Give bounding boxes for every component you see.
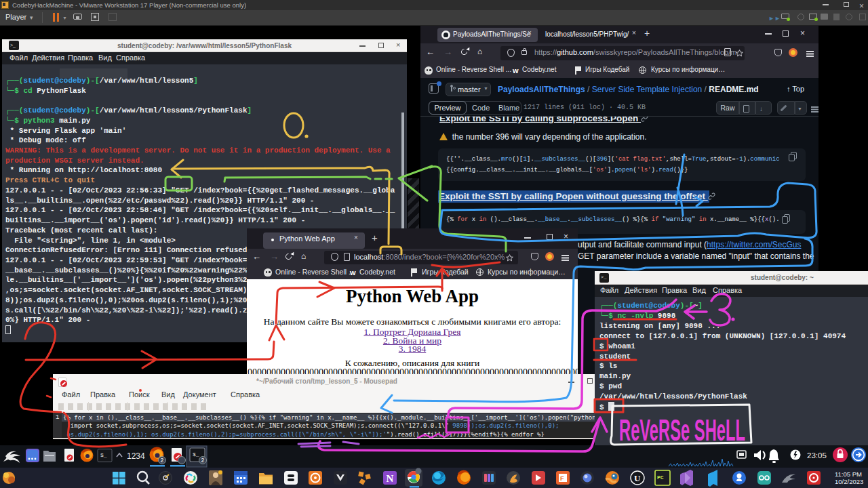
svg-text:2: 2 bbox=[201, 457, 205, 464]
svg-text:1234: 1234 bbox=[127, 451, 145, 461]
svg-text:10/2/2023: 10/2/2023 bbox=[835, 478, 863, 485]
svg-text:PC: PC bbox=[657, 474, 664, 481]
svg-text:F: F bbox=[560, 475, 564, 482]
svg-text:U: U bbox=[634, 473, 641, 483]
svg-text:23:05: 23:05 bbox=[807, 451, 827, 460]
svg-text:$_: $_ bbox=[100, 452, 107, 458]
svg-text:2: 2 bbox=[161, 457, 164, 464]
svg-text:$_: $_ bbox=[193, 451, 199, 458]
svg-text:N: N bbox=[387, 473, 394, 484]
svg-text:11:05 PM: 11:05 PM bbox=[835, 470, 862, 478]
